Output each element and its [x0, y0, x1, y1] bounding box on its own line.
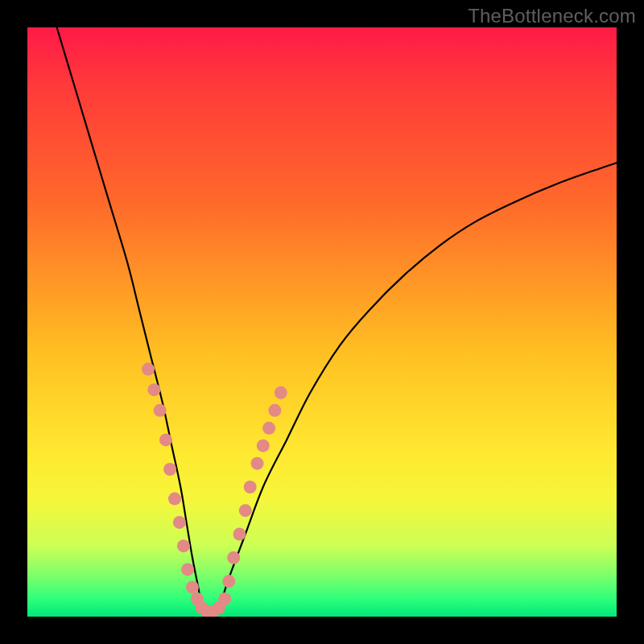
data-dot [227, 551, 240, 564]
data-dot [181, 563, 194, 576]
data-dot [168, 493, 181, 506]
data-dot [154, 404, 167, 417]
data-dot [177, 539, 190, 552]
data-dot [218, 592, 231, 605]
data-dot [163, 463, 176, 476]
data-dot [159, 433, 172, 446]
bottleneck-curve-svg [27, 27, 617, 617]
watermark-text: TheBottleneck.com [468, 5, 636, 27]
bottleneck-curve [57, 27, 617, 617]
data-dot [251, 457, 264, 470]
chart-frame: TheBottleneck.com [0, 0, 644, 644]
data-dot [268, 404, 281, 417]
data-dot [257, 440, 270, 452]
data-dot [244, 481, 257, 493]
data-dot [275, 386, 287, 399]
data-dot [262, 422, 275, 435]
data-dot [233, 528, 246, 541]
data-dots [142, 363, 287, 617]
data-dot [239, 504, 252, 517]
data-dot [147, 383, 160, 396]
data-dot [222, 575, 235, 588]
plot-area [27, 27, 617, 617]
data-dot [186, 580, 199, 593]
data-dot [173, 516, 186, 529]
data-dot [142, 363, 155, 376]
